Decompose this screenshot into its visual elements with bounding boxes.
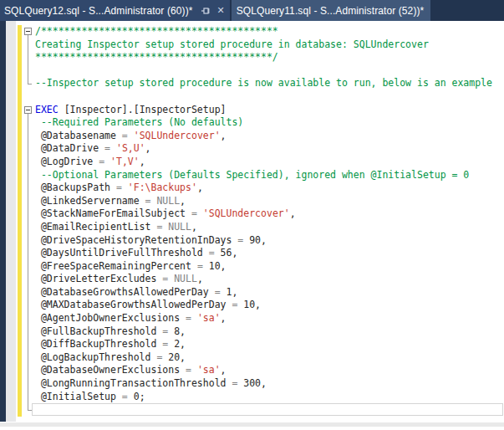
code-token: ****************************************… [35,51,278,63]
code-line[interactable]: ****************************************… [35,51,492,64]
code-text-area[interactable]: /***************************************… [35,25,492,417]
close-icon[interactable]: ✕ [217,6,225,15]
code-line[interactable]: @DiffBackupThreshold = 2, [35,338,492,351]
code-line[interactable]: @LogBackupThreshold = 20, [35,351,492,365]
code-token: 300, [243,377,267,389]
code-token: , [221,312,227,324]
code-token: , [197,273,203,284]
code-token: 'F:\Backups' [128,182,197,193]
code-line[interactable]: @LongRunningTransactionThreshold = 300, [35,377,492,391]
code-editor[interactable]: /***************************************… [0,21,504,422]
code-line[interactable]: @FreeSpaceRemainingPercent = 10, [35,260,492,274]
code-token: = [186,312,197,324]
fold-collapse-icon[interactable] [24,106,32,114]
code-line[interactable]: @Databasename = 'SQLUndercover', [35,130,492,143]
code-token: , [221,130,227,141]
code-token: 'T,V' [110,156,140,167]
code-line[interactable]: @DaysUntilDriveFullThreshold = 56, [35,247,492,260]
code-token: = [209,247,221,259]
code-line[interactable]: @DataDrive = 'S,U', [35,142,492,156]
code-token: 'sa' [197,364,221,376]
code-token: = [162,325,174,337]
code-token: 10, [209,260,227,272]
code-line[interactable]: @BackupsPath = 'F:\Backups', [35,182,492,195]
code-line[interactable] [35,90,492,104]
code-line[interactable]: Creating Inspector setup stored procedur… [35,38,492,52]
code-token: = [99,156,110,167]
code-line[interactable]: @LinkedServername = NULL, [35,195,492,208]
code-line[interactable] [35,403,492,417]
code-token: = NULL [156,221,191,233]
code-token: 56, [221,247,238,259]
code-token: @LogBackupThreshold [35,351,156,363]
code-line[interactable]: @EmailRecipientList = NULL, [35,221,492,234]
fold-collapse-icon[interactable] [24,28,32,35]
code-line[interactable]: @DriveSpaceHistoryRetentionInDays = 90, [35,234,492,248]
code-token: [Inspector].[InspectorSetup] [59,104,227,115]
code-token: @MAXDatabaseGrowthsAllowedPerDay [35,299,232,310]
code-token: = [237,234,249,246]
code-token: = NULL [145,195,181,207]
code-line[interactable]: --Inspector setup stored procedure is no… [35,77,492,90]
code-token: @StackNameForEmailSubject [35,207,191,219]
code-line[interactable]: @DatabaseOwnerExclusions = 'sa', [35,364,492,377]
code-line[interactable]: @LogDrive = 'T,V', [35,156,492,169]
code-token: @LinkedServername [35,195,145,207]
code-token: = [116,182,128,193]
code-line[interactable]: /***************************************… [35,25,492,38]
change-tracking-bar [18,25,22,417]
document-tabbar: SQLQuery12.sql - S...Administrator (60))… [0,0,504,21]
code-token: @BackupsPath [35,182,116,193]
code-token: = [186,364,197,376]
code-token: , [180,195,186,207]
code-token: Creating Inspector setup stored procedur… [35,38,429,50]
code-line[interactable]: --Optional Parameters (Defaults Specifie… [35,169,492,182]
code-line[interactable]: @InitialSetup = 0; [35,391,492,404]
code-token: = [197,260,209,272]
code-token: EXEC [35,104,59,115]
pin-icon[interactable] [201,6,211,16]
code-token: , [197,182,203,193]
code-token: @FreeSpaceRemainingPercent [35,260,197,272]
code-line[interactable]: @DatabaseGrowthsAllowedPerDay = 1, [35,286,492,299]
code-token: , [221,364,227,376]
code-token: 8, [174,325,186,337]
code-token: @DatabaseOwnerExclusions [35,364,186,376]
breakpoint-gutter[interactable] [6,21,16,422]
code-line[interactable]: @AgentJobOwnerExclusions = 'sa', [35,312,492,325]
code-token: @FullBackupThreshold [35,325,162,337]
code-token: = [215,286,227,298]
fold-region-line-exec [28,114,32,411]
editor-left-margin [0,21,6,422]
code-token: @DriveLetterExcludes [35,273,162,284]
code-line[interactable]: @StackNameForEmailSubject = 'SQLUndercov… [35,207,492,221]
code-token: = [156,351,168,363]
code-token: @DatabaseGrowthsAllowedPerDay [35,286,215,298]
code-token: , [145,142,151,154]
code-token: @LogDrive [35,156,99,167]
code-token: @EmailRecipientList [35,221,156,233]
code-line[interactable]: @MAXDatabaseGrowthsAllowedPerDay = 10, [35,299,492,312]
tab-sqlquery12[interactable]: SQLQuery12.sql - S...Administrator (60))… [0,0,230,21]
code-token: 1, [227,286,238,298]
horizontal-scrollbar[interactable] [0,422,504,427]
code-token: --Required Parameters (No defaults) [35,116,243,128]
code-line[interactable]: @DriveLetterExcludes = NULL, [35,273,492,286]
code-token: = [162,338,174,350]
code-token: --Optional Parameters (Defaults Specifie… [35,169,469,181]
code-token: 2, [174,338,186,350]
code-token: 'S,U' [116,142,145,154]
code-token: = NULL [162,273,197,284]
code-token: 'sa' [197,312,221,324]
code-token: @DaysUntilDriveFullThreshold [35,247,209,259]
code-token: , [140,156,145,167]
code-line[interactable]: @FullBackupThreshold = 8, [35,325,492,339]
code-token: = [122,391,134,402]
code-token: = [232,299,243,310]
code-line[interactable] [35,64,492,78]
code-token: 'SQLUndercover' [134,130,221,141]
code-line[interactable]: --Required Parameters (No defaults) [35,116,492,130]
code-line[interactable]: EXEC [Inspector].[InspectorSetup] [35,104,492,117]
code-token: --Inspector setup stored procedure is no… [35,77,492,89]
tab-sqlquery11[interactable]: SQLQuery11.sql - S...Administrator (52))… [232,0,431,21]
